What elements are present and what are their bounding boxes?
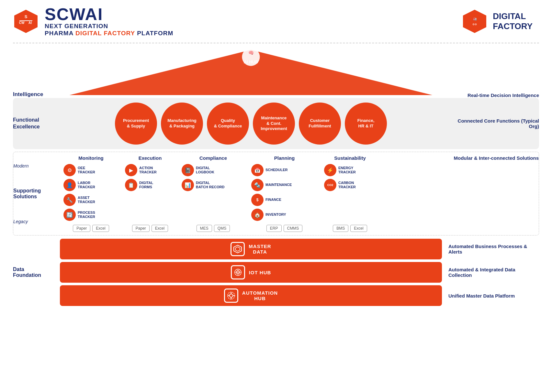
subtitle-line1: NEXT GENERATION: [45, 23, 173, 30]
master-data-right: Automated Business Processes & Alerts: [448, 239, 539, 259]
labor-label: LABORTRACKER: [78, 181, 95, 189]
solutions-grid: Monitoring Execution Compliance Planning…: [60, 155, 442, 232]
circle-procurement: Procurement& Supply: [115, 103, 157, 145]
scheduler-icon: 📅: [251, 164, 264, 176]
solutions-items: ⚙ OEETRACKER 👤 LABORTRACKER 🔧 ASSETTRACK…: [60, 164, 442, 221]
digital-forms: 📋 DIGITALFORMS: [125, 179, 175, 191]
circle-maintenance: Maintenance& Cont.Improvement: [253, 103, 295, 145]
monitoring-legacy: Paper Excel: [60, 225, 122, 232]
labor-icon: 👤: [63, 179, 76, 191]
carbon-tracker: CO2 CARBONTRACKER: [324, 179, 376, 191]
inventory-label: INVENTORY: [265, 212, 286, 217]
compliance-qms: QMS: [214, 225, 230, 232]
svg-text:⚙⚙: ⚙⚙: [472, 23, 477, 26]
supporting-labels: Modern Supporting Solutions Legacy: [13, 155, 60, 232]
circle-quality: Quality& Compliance: [207, 103, 249, 145]
header: S CW AI SCWAI NEXT GENERATION PHARMA DIG…: [0, 0, 552, 43]
compliance-mes: MES: [197, 225, 212, 232]
brand-name: SCWAI: [45, 6, 103, 23]
automation-hub-bar: AUTOMATION HUB: [60, 285, 442, 306]
df-line1: DIGITAL: [493, 11, 533, 21]
svg-text:S: S: [25, 14, 28, 19]
master-data-bar: MASTER DATA: [60, 239, 442, 259]
oee-tracker: ⚙ OEETRACKER: [63, 164, 118, 176]
svg-text:AI: AI: [28, 21, 32, 25]
batch-label: DIGITALBATCH RECORD: [196, 181, 224, 189]
circle-manufacturing: Manufacturing& Packaging: [161, 103, 203, 145]
modern-label: Modern: [13, 163, 60, 169]
functional-row: Functional Excellence Procurement& Suppl…: [13, 98, 539, 149]
col-headers: Monitoring Execution Compliance Planning…: [60, 155, 442, 161]
functional-circles: Procurement& Supply Manufacturing& Packa…: [60, 103, 442, 145]
iot-hub-icon: [231, 265, 245, 279]
inventory: 🏠 INVENTORY: [251, 209, 318, 221]
finance: $ FINANCE: [251, 194, 318, 206]
master-data-label: MASTER DATA: [249, 244, 271, 255]
monitoring-col: ⚙ OEETRACKER 👤 LABORTRACKER 🔧 ASSETTRACK…: [60, 164, 122, 221]
process-label: PROCESSTRACKER: [78, 211, 95, 219]
process-tracker: 🔄 PROCESSTRACKER: [63, 209, 118, 221]
header-left: S CW AI SCWAI NEXT GENERATION PHARMA DIG…: [13, 6, 173, 37]
logbook-label: DIGITALLOGBOOK: [196, 166, 214, 174]
functional-right-label: Connected Core Functions (Typical Org): [442, 118, 539, 129]
planning-erp: ERP: [266, 225, 282, 232]
df-brand-text: DIGITAL FACTORY: [493, 11, 533, 31]
svg-point-18: [230, 294, 233, 297]
sustainability-legacy: BMS Excel: [321, 225, 379, 232]
sustainability-bms: BMS: [333, 225, 348, 232]
asset-tracker: 🔧 ASSETTRACKER: [63, 194, 118, 206]
intelligence-label: Intelligence: [13, 91, 60, 98]
circle-finance: Finance,HR & IT: [345, 103, 387, 145]
scheduler-label: SCHEDULER: [265, 168, 287, 172]
svg-text:🧠: 🧠: [248, 50, 254, 56]
carbon-label: CARBONTRACKER: [338, 181, 356, 189]
forms-icon: 📋: [125, 179, 137, 191]
compliance-col: 📓 DIGITALLOGBOOK 📊 DIGITALBATCH RECORD: [178, 164, 248, 191]
svg-text:CW: CW: [19, 21, 25, 25]
svg-marker-12: [234, 245, 242, 253]
execution-legacy: Paper Excel: [122, 225, 178, 232]
automation-hub-label: AUTOMATION HUB: [242, 290, 278, 301]
svg-marker-0: [14, 10, 38, 33]
asset-label: ASSETTRACKER: [78, 196, 95, 204]
planning-cmms: CMMS: [284, 225, 303, 232]
svg-marker-5: [463, 10, 486, 33]
maintenance-label: MAINTENANCE: [265, 183, 292, 187]
maintenance: 🔩 MAINTENANCE: [251, 179, 318, 191]
monitoring-excel: Excel: [92, 225, 109, 232]
compliance-legacy: MES QMS: [178, 225, 248, 232]
header-execution: Execution: [122, 155, 178, 161]
scheduler: 📅 SCHEDULER: [251, 164, 318, 176]
iot-hub-bar: IoT HUB: [60, 262, 442, 283]
planning-col: 📅 SCHEDULER 🔩 MAINTENANCE $ FINANCE 🏠 IN…: [248, 164, 321, 221]
carbon-icon: CO2: [324, 179, 336, 191]
labor-tracker: 👤 LABORTRACKER: [63, 179, 118, 191]
triangle-area: 🧠 AI HUB: [60, 47, 442, 98]
sustainability-col: ⚡ ENERGYTRACKER CO2 CARBONTRACKER: [321, 164, 379, 191]
intelligence-row: Intelligence 🧠 AI HUB Real-time Decision…: [13, 47, 539, 98]
scwai-hex-logo: S CW AI: [13, 8, 39, 34]
circle-customer: CustomerFullfillment: [299, 103, 341, 145]
header-monitoring: Monitoring: [60, 155, 122, 161]
header-sustainability: Sustainability: [321, 155, 379, 161]
header-compliance: Compliance: [178, 155, 248, 161]
digital-batch-record: 📊 DIGITALBATCH RECORD: [182, 179, 245, 191]
batch-icon: 📊: [182, 179, 194, 191]
legacy-row: Paper Excel Paper Excel MES QMS ERP CMMS…: [60, 225, 442, 232]
supporting-right-label: Modular & Inter-connected Solutions: [442, 155, 539, 232]
inventory-icon: 🏠: [251, 209, 264, 221]
digital-logbook: 📓 DIGITALLOGBOOK: [182, 164, 245, 176]
header-planning: Planning: [248, 155, 321, 161]
automation-hub-icon: [224, 289, 238, 303]
oee-icon: ⚙: [63, 164, 76, 176]
forms-label: DIGITALFORMS: [139, 181, 153, 189]
automation-svg: [227, 291, 236, 300]
supporting-label: Supporting Solutions: [13, 188, 60, 200]
iot-svg: [233, 268, 242, 277]
action-tracker: ▶ ACTIONTRACKER: [125, 164, 175, 176]
brand-text: SCWAI NEXT GENERATION PHARMA DIGITAL FAC…: [45, 6, 173, 37]
svg-text:🏭: 🏭: [473, 17, 477, 21]
master-data-icon: [231, 242, 245, 256]
action-label: ACTIONTRACKER: [139, 166, 157, 174]
intelligence-right-label: Real-time Decision Intelligence: [442, 93, 539, 98]
